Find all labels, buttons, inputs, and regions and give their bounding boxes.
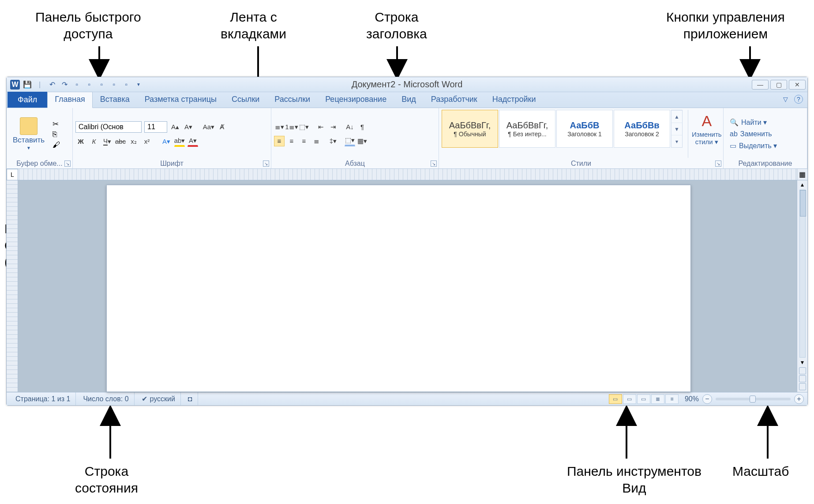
qat-btn-1-icon[interactable]: ▫ [72,80,82,90]
tab-selector[interactable]: L [7,169,18,180]
line-spacing-icon[interactable]: ‡▾ [328,136,338,146]
align-center-icon[interactable]: ≡ [286,136,297,146]
tab-developer[interactable]: Разработчик [424,92,485,108]
document-page[interactable] [106,185,691,392]
align-left-icon[interactable]: ≡ [274,136,285,146]
format-painter-icon[interactable]: 🖌 [53,141,61,149]
help-icon[interactable]: ? [794,95,803,104]
qat-customize-icon[interactable]: ▼ [134,80,143,90]
shading-icon[interactable]: ⬚▾ [345,136,355,146]
style-label: ¶ Обычный [454,131,486,138]
styles-launcher-icon[interactable]: ↘ [715,161,721,167]
align-right-icon[interactable]: ≡ [299,136,309,146]
tab-layout[interactable]: Разметка страницы [137,92,224,108]
select-button[interactable]: ▭Выделить ▾ [730,142,777,150]
tab-references[interactable]: Ссылки [224,92,267,108]
maximize-button[interactable]: ▢ [770,80,787,90]
highlight-icon[interactable]: ab▾ [174,136,185,147]
clear-formatting-icon[interactable]: Ⱥ [217,122,227,132]
change-styles-button[interactable]: A Изменить стили ▾ [688,110,725,158]
style-heading2[interactable]: АаБбВв Заголовок 2 [614,110,670,148]
change-case-icon[interactable]: Aa▾ [203,122,214,132]
tab-addins[interactable]: Надстройки [485,92,544,108]
replace-button[interactable]: abЗаменить [730,130,777,138]
italic-icon[interactable]: К [89,136,99,147]
borders-icon[interactable]: ▦▾ [357,136,368,146]
tab-home[interactable]: Главная [47,92,93,108]
font-name-combo[interactable]: Calibri (Основ [75,121,142,133]
subscript-icon[interactable]: x₂ [128,136,139,147]
status-macro[interactable]: ◘ [183,392,198,405]
scroll-down-icon[interactable]: ▼ [800,359,805,366]
horizontal-ruler[interactable]: L ▦ [7,169,807,180]
minimize-ribbon-icon[interactable]: ▽ [781,95,790,104]
qat-btn-5-icon[interactable]: ▫ [121,80,131,90]
tab-file[interactable]: Файл [8,92,47,108]
undo-icon[interactable]: ↶ [47,80,57,90]
vertical-scrollbar[interactable]: ▲ ▼ [797,180,807,392]
vertical-ruler[interactable] [7,180,18,392]
decrease-indent-icon[interactable]: ⇤ [315,122,326,132]
qat-btn-3-icon[interactable]: ▫ [97,80,106,90]
scroll-track[interactable] [799,190,806,358]
font-size-combo[interactable]: 11 [144,121,167,133]
text-effects-icon[interactable]: A▾ [161,136,172,147]
font-color-icon[interactable]: A▾ [188,136,198,147]
tab-insert[interactable]: Вставка [93,92,137,108]
styles-more[interactable]: ▲▼▾ [671,110,683,148]
ruler-toggle-icon[interactable]: ▦ [797,169,807,180]
find-button[interactable]: 🔍Найти ▾ [730,118,777,127]
zoom-slider-knob[interactable] [750,396,756,403]
redo-icon[interactable]: ↷ [60,80,69,90]
cut-icon[interactable]: ✂ [53,119,61,127]
scroll-thumb[interactable] [800,190,806,217]
tab-view[interactable]: Вид [394,92,424,108]
select-browse-object-icon[interactable] [799,375,806,382]
font-launcher-icon[interactable]: ↘ [263,161,269,167]
zoom-in-icon[interactable]: + [794,394,804,404]
strikethrough-icon[interactable]: abc [115,136,126,147]
save-icon[interactable]: 💾 [23,80,32,90]
qat-btn-2-icon[interactable]: ▫ [84,80,94,90]
bold-icon[interactable]: Ж [75,136,86,147]
next-object-icon[interactable] [799,383,806,390]
view-web-icon[interactable]: ▭ [637,394,650,404]
style-nospacing[interactable]: АаБбВвГг, ¶ Без интер... [499,110,555,148]
zoom-percent[interactable]: 90% [685,395,699,403]
view-draft-icon[interactable]: ≡ [665,394,679,404]
increase-indent-icon[interactable]: ⇥ [328,122,338,132]
view-print-layout-icon[interactable]: ▭ [609,394,622,404]
word-app-icon[interactable]: W [10,80,20,90]
status-proofing[interactable]: ✔русский [136,392,181,405]
copy-icon[interactable]: ⎘ [53,130,61,138]
status-wordcount[interactable]: Число слов: 0 [78,392,134,405]
grow-font-icon[interactable]: A▴ [170,122,180,132]
bullets-icon[interactable]: ≣▾ [274,122,285,132]
view-fullscreen-icon[interactable]: ▭ [623,394,636,404]
paste-button[interactable]: Вставить ▼ [9,116,48,152]
numbering-icon[interactable]: 1≣▾ [286,122,297,132]
show-marks-icon[interactable]: ¶ [357,122,368,132]
tab-review[interactable]: Рецензирование [318,92,394,108]
scroll-up-icon[interactable]: ▲ [800,180,805,188]
styles-gallery: АаБбВвГг, ¶ Обычный АаБбВвГг, ¶ Без инте… [442,110,683,148]
multilevel-icon[interactable]: ⬚▾ [299,122,309,132]
style-normal[interactable]: АаБбВвГг, ¶ Обычный [442,110,498,148]
qat-btn-4-icon[interactable]: ▫ [109,80,119,90]
view-outline-icon[interactable]: ≣ [651,394,664,404]
minimize-button[interactable]: — [752,80,769,90]
justify-icon[interactable]: ≣ [311,136,322,146]
prev-object-icon[interactable] [799,367,806,374]
underline-icon[interactable]: Ч▾ [102,136,113,147]
style-heading1[interactable]: АаБбВ Заголовок 1 [556,110,613,148]
close-button[interactable]: ✕ [789,80,806,90]
tab-mailings[interactable]: Рассылки [267,92,318,108]
status-page[interactable]: Страница: 1 из 1 [10,392,76,405]
zoom-slider[interactable] [716,398,791,400]
superscript-icon[interactable]: x² [142,136,152,147]
shrink-font-icon[interactable]: A▾ [183,122,194,132]
clipboard-launcher-icon[interactable]: ↘ [64,161,71,167]
sort-icon[interactable]: A↓ [345,122,355,132]
paragraph-launcher-icon[interactable]: ↘ [431,161,437,167]
zoom-out-icon[interactable]: − [702,394,712,404]
